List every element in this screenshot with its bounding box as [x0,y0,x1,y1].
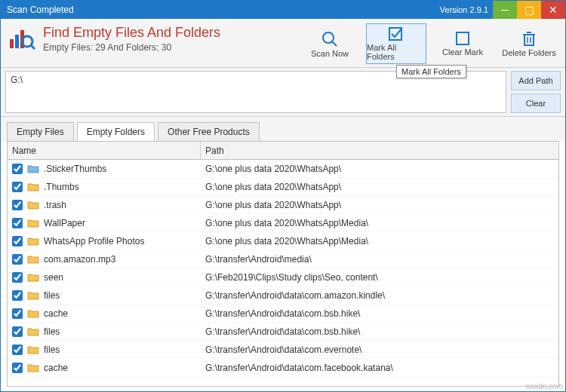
svg-line-6 [332,41,337,46]
svg-rect-8 [457,32,469,44]
tab-other-products[interactable]: Other Free Products [158,122,260,141]
folder-icon [27,164,39,174]
folder-icon [27,236,39,247]
watermark: wsxdn.com [525,382,563,390]
close-button[interactable]: ✕ [541,1,565,19]
folder-icon [27,272,39,283]
scan-now-button[interactable]: Scan Now [300,23,360,64]
row-name: WallPaper [44,218,85,228]
add-path-button[interactable]: Add Path [511,71,561,90]
table-row[interactable]: .StickerThumbsG:\one plus data 2020\What… [8,160,558,178]
folder-icon [27,200,39,210]
row-path: G:\transfer\Android\data\com.bsb.hike\ [201,308,558,319]
window-title: Scan Completed [1,5,440,15]
row-checkbox[interactable] [12,326,23,337]
table-row[interactable]: cacheG:\transfer\Android\data\com.bsb.hi… [8,305,558,323]
table-row[interactable]: cacheG:\transfer\Android\data\com.facebo… [8,359,558,377]
row-checkbox[interactable] [12,182,23,192]
row-path: G:\transfer\Android\media\ [201,254,558,265]
row-checkbox[interactable] [12,164,23,174]
row-path: G:\one plus data 2020\WhatsApp\ [201,182,558,192]
table-row[interactable]: .ThumbsG:\one plus data 2020\WhatsApp\ [8,178,558,196]
row-path: G:\Feb2019\Clips\Study clips\Seo, conten… [201,272,558,283]
delete-folders-button[interactable]: Delete Folders [499,23,559,64]
row-name: files [44,290,60,301]
row-path: G:\one plus data 2020\WhatsApp\Media\ [201,236,558,247]
table-row[interactable]: WallPaperG:\one plus data 2020\WhatsApp\… [8,214,558,232]
table-row[interactable]: com.amazon.mp3G:\transfer\Android\media\ [8,250,558,268]
row-name: cache [44,363,68,373]
row-checkbox[interactable] [12,272,23,283]
table-row[interactable]: .trashG:\one plus data 2020\WhatsApp\ [8,196,558,214]
svg-rect-1 [15,35,19,48]
delete-folders-label: Delete Folders [502,48,556,57]
row-checkbox[interactable] [12,254,23,265]
row-name: .StickerThumbs [44,164,106,174]
tab-empty-folders[interactable]: Empty Folders [77,122,155,142]
column-header-name[interactable]: Name [8,142,201,159]
row-path: G:\one plus data 2020\WhatsApp\ [201,200,558,210]
folder-icon [27,345,39,355]
row-path: G:\one plus data 2020\WhatsApp\Media\ [201,218,558,228]
folder-icon [27,326,39,337]
row-checkbox[interactable] [12,200,23,210]
table-row[interactable]: filesG:\transfer\Android\data\com.everno… [8,341,558,359]
clear-path-button[interactable]: Clear [511,93,561,113]
tooltip-mark-all: Mark All Folders [396,65,466,78]
title-bar: Scan Completed Version 2.9.1 ─ ▢ ✕ [1,1,565,19]
svg-rect-9 [524,35,534,45]
row-path: G:\one plus data 2020\WhatsApp\ [201,164,558,174]
row-path: G:\transfer\Android\data\com.amazon.kind… [201,290,558,301]
row-checkbox[interactable] [12,290,23,301]
folder-icon [27,308,39,319]
minimize-button[interactable]: ─ [493,1,517,19]
svg-rect-0 [10,39,14,48]
clear-mark-button[interactable]: Clear Mark [432,23,493,64]
table-header: Name Path [8,142,558,160]
checkbox-checked-icon [387,26,405,41]
table-row[interactable]: WhatsApp Profile PhotosG:\one plus data … [8,232,558,250]
row-name: .Thumbs [44,182,79,192]
mark-all-folders-button[interactable]: Mark All Folders [366,23,426,64]
row-path: G:\transfer\Android\data\com.bsb.hike\ [201,326,558,337]
results-table: Name Path .StickerThumbsG:\one plus data… [7,141,559,387]
row-name: com.amazon.mp3 [44,254,115,265]
row-name: seen [44,272,63,283]
scan-now-label: Scan Now [311,49,349,58]
app-logo-icon [7,23,37,54]
row-name: files [44,345,60,355]
header: Find Empty Files And Folders Empty Files… [1,19,565,68]
row-path: G:\transfer\Android\data\com.evernote\ [201,345,558,355]
folder-icon [27,363,39,373]
tab-strip: Empty Files Empty Folders Other Free Pro… [1,117,565,141]
table-body[interactable]: .StickerThumbsG:\one plus data 2020\What… [8,160,558,386]
table-row[interactable]: filesG:\transfer\Android\data\com.bsb.hi… [8,323,558,341]
row-checkbox[interactable] [12,345,23,355]
trash-icon [521,30,537,47]
column-header-path[interactable]: Path [201,142,558,159]
row-checkbox[interactable] [12,218,23,228]
row-path: G:\transfer\Android\data\com.facebook.ka… [201,363,558,373]
tab-empty-files[interactable]: Empty Files [7,122,74,141]
svg-line-4 [31,45,35,49]
row-checkbox[interactable] [12,363,23,373]
maximize-button[interactable]: ▢ [517,1,541,19]
checkbox-empty-icon [454,31,472,46]
folder-icon [27,182,39,192]
row-name: .trash [44,200,66,210]
table-row[interactable]: filesG:\transfer\Android\data\com.amazon… [8,286,558,305]
mark-all-label: Mark All Folders [367,43,426,61]
svg-point-5 [323,32,334,43]
table-row[interactable]: seenG:\Feb2019\Clips\Study clips\Seo, co… [8,268,558,286]
row-checkbox[interactable] [12,236,23,247]
folder-icon [27,254,39,265]
folder-icon [27,290,39,301]
row-checkbox[interactable] [12,308,23,319]
page-title: Find Empty Files And Folders [43,25,294,41]
version-label: Version 2.9.1 [440,5,493,14]
scan-summary: Empty Files: 29 And Folders: 30 [43,42,294,53]
path-row: G:\ Add Path Clear [1,68,565,117]
clear-mark-label: Clear Mark [442,47,483,57]
folder-icon [27,218,39,228]
row-name: WhatsApp Profile Photos [44,236,144,247]
